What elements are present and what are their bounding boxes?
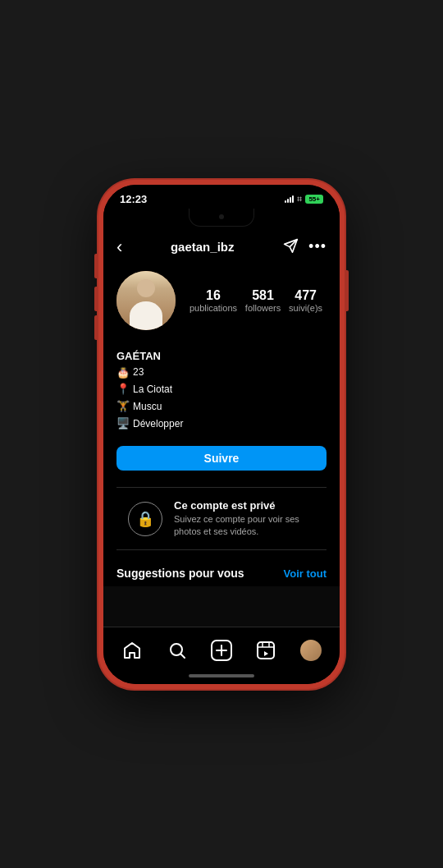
- see-all-button[interactable]: Voir tout: [284, 567, 327, 580]
- bio-location: 📍 La Ciotat: [116, 381, 327, 398]
- bio-age: 🎂 23: [116, 365, 327, 382]
- battery-icon: 55+: [305, 195, 323, 204]
- profile-username-header: gaetan_ibz: [171, 240, 235, 254]
- nav-reels-button[interactable]: [249, 636, 282, 665]
- home-indicator: [103, 670, 340, 684]
- bio-gym-text: Muscu: [133, 399, 162, 415]
- suggestions-header: Suggestions pour vous Voir tout: [103, 557, 340, 586]
- phone-frame: 12:23 ⌗ 55+ ‹ gaetan_i: [98, 180, 345, 689]
- home-bar: [189, 674, 254, 677]
- notch: [189, 209, 254, 227]
- nav-profile-button[interactable]: [295, 636, 327, 665]
- private-account-section: 🔒 Ce compte est privé Suivez ce compte p…: [116, 487, 327, 551]
- private-account-description: Suivez ce compte pour voir ses photos et…: [174, 513, 315, 539]
- private-account-title: Ce compte est privé: [174, 499, 315, 512]
- nav-action-icons: •••: [282, 238, 327, 256]
- bio-name: GAÉTAN: [116, 350, 327, 362]
- phone-screen: 12:23 ⌗ 55+ ‹ gaetan_i: [103, 185, 340, 684]
- signal-icon: [285, 195, 294, 203]
- follow-button[interactable]: Suivre: [116, 446, 327, 471]
- lock-circle-icon: 🔒: [128, 502, 162, 536]
- stat-followers[interactable]: 581 followers: [245, 288, 281, 313]
- svg-rect-2: [258, 642, 274, 659]
- current-user-avatar: [300, 640, 322, 661]
- avatar: [116, 271, 176, 330]
- avatar-container[interactable]: [116, 271, 176, 330]
- following-count: 477: [295, 288, 317, 303]
- wifi-icon: ⌗: [297, 194, 302, 204]
- computer-emoji: 🖥️: [116, 416, 130, 433]
- profile-stats-row: 16 publications 581 followers 477 suivi(…: [116, 271, 327, 330]
- suggestions-title: Suggestions pour vous: [116, 567, 244, 580]
- bio-dev-text: Développer: [133, 416, 183, 432]
- followers-count: 581: [252, 288, 274, 303]
- profile-section: 16 publications 581 followers 477 suivi(…: [103, 264, 340, 350]
- publications-count: 16: [206, 288, 221, 303]
- status-time: 12:23: [120, 193, 147, 205]
- back-button[interactable]: ‹: [116, 237, 122, 258]
- bio-gym: 🏋 Muscu: [116, 398, 327, 416]
- more-options-icon[interactable]: •••: [308, 238, 327, 255]
- nav-add-button[interactable]: [205, 636, 238, 665]
- nav-home-button[interactable]: [116, 636, 148, 665]
- private-account-text: Ce compte est privé Suivez ce compte pou…: [174, 499, 315, 539]
- stats-row: 16 publications 581 followers 477 suivi(…: [185, 288, 327, 313]
- notch-area: [103, 209, 340, 230]
- followers-label: followers: [245, 303, 281, 313]
- birthday-emoji: 🎂: [116, 365, 130, 382]
- notch-dot: [219, 214, 224, 219]
- bio-age-text: 23: [133, 365, 144, 380]
- bottom-nav: [103, 627, 340, 670]
- following-label: suivi(e)s: [289, 303, 322, 313]
- bio-location-text: La Ciotat: [133, 382, 172, 397]
- bio-section: GAÉTAN 🎂 23 📍 La Ciotat 🏋 Muscu 🖥️ Dével…: [103, 350, 340, 443]
- avatar-image: [116, 271, 176, 330]
- status-bar: 12:23 ⌗ 55+: [103, 185, 340, 209]
- send-message-icon[interactable]: [282, 238, 299, 256]
- status-icons: ⌗ 55+: [285, 194, 323, 204]
- suggestions-area: [103, 586, 340, 626]
- stat-publications[interactable]: 16 publications: [190, 288, 237, 313]
- button-section: Suivre: [103, 443, 340, 480]
- bio-dev: 🖥️ Développer: [116, 416, 327, 433]
- lock-icon: 🔒: [136, 510, 154, 528]
- nav-search-button[interactable]: [161, 636, 194, 665]
- app-content: ‹ gaetan_ibz •••: [103, 230, 340, 627]
- publications-label: publications: [190, 303, 237, 313]
- location-emoji: 📍: [116, 381, 130, 398]
- stat-following[interactable]: 477 suivi(e)s: [289, 288, 322, 313]
- top-nav: ‹ gaetan_ibz •••: [103, 230, 340, 264]
- gym-emoji: 🏋: [116, 398, 130, 416]
